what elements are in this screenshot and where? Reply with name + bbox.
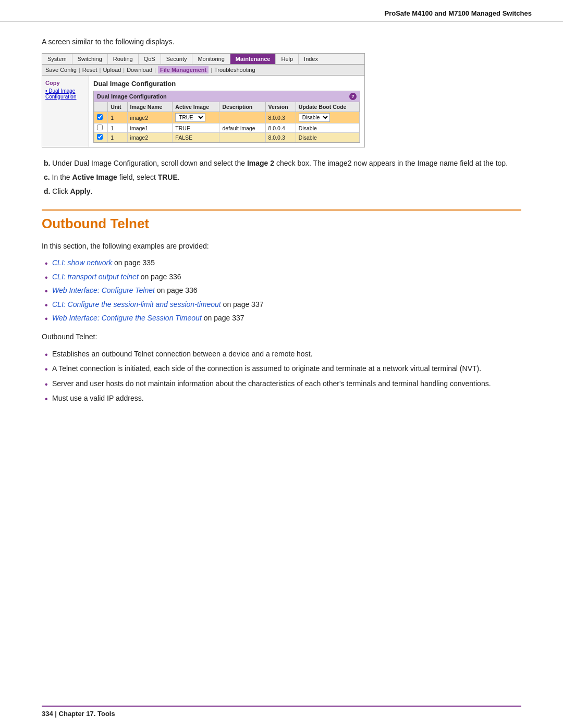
step-list: b. Under Dual Image Configuration, scrol… [42, 158, 521, 197]
row3-version: 8.0.0.3 [265, 133, 296, 142]
col-update-boot: Update Boot Code [296, 102, 359, 112]
config-table-header: Dual Image Configuration ? [94, 91, 360, 102]
active-image-select: TRUE FALSE [175, 113, 205, 122]
ui-sidebar: Copy • Dual Image Configuration [42, 76, 89, 147]
page-footer: 334 | Chapter 17. Tools [42, 706, 521, 718]
link-item-2: CLI: transport output telnet on page 336 [42, 271, 521, 282]
page-content: A screen similar to the following displa… [0, 22, 563, 432]
ui-main: Dual Image Configuration Dual Image Conf… [89, 76, 364, 147]
link-item-3: Web Interface: Configure Telnet on page … [42, 285, 521, 296]
link-cli-configure-session[interactable]: CLI: Configure the session-limit and ses… [52, 300, 221, 309]
config-table: Unit Image Name Active Image Description… [94, 102, 360, 142]
link-web-session-timeout[interactable]: Web Interface: Configure the Session Tim… [52, 314, 202, 322]
header-title: ProSafe M4100 and M7100 Managed Switches [385, 9, 532, 17]
subnav-troubleshooting[interactable]: Troubleshooting [214, 67, 255, 73]
row3-name: image2 [127, 133, 173, 142]
step-b-label: b. [44, 159, 50, 167]
subnav-saveconfig[interactable]: Save Config [45, 67, 77, 73]
sub-nav: Save Config | Reset | Upload | Download … [42, 65, 364, 76]
col-version: Version [265, 102, 296, 112]
col-active-image: Active Image [173, 102, 219, 112]
link-web-configure-telnet[interactable]: Web Interface: Configure Telnet [52, 286, 155, 294]
sidebar-copy[interactable]: Copy [45, 80, 85, 86]
step-b: b. Under Dual Image Configuration, scrol… [42, 158, 521, 169]
nav-help[interactable]: Help [276, 54, 299, 64]
outbound-bullets: Establishes an outbound Telnet connectio… [42, 348, 521, 404]
link-item-5: Web Interface: Configure the Session Tim… [42, 312, 521, 324]
links-list: CLI: show network on page 335 CLI: trans… [42, 257, 521, 324]
intro-text: A screen similar to the following displa… [42, 38, 521, 46]
step-c: c. In the Active Image field, select TRU… [42, 172, 521, 183]
row1-active[interactable]: TRUE FALSE [173, 112, 219, 124]
link-2-page: on page 336 [141, 273, 181, 281]
subnav-download[interactable]: Download [127, 67, 152, 73]
link-cli-show-network[interactable]: CLI: show network [52, 258, 112, 267]
col-description: Description [219, 102, 265, 112]
nav-monitoring[interactable]: Monitoring [192, 54, 230, 64]
row2-unit: 1 [108, 124, 127, 133]
row1-boot[interactable]: Disable Enable [296, 112, 359, 124]
link-item-1: CLI: show network on page 335 [42, 257, 521, 268]
table-row: 1 image1 TRUE default image 8.0.0.4 Disa… [94, 124, 360, 133]
col-checkbox [94, 102, 108, 112]
row1-name: image2 [127, 112, 173, 124]
config-table-header-label: Dual Image Configuration [97, 93, 167, 100]
step-d: d. Click Apply. [42, 186, 521, 197]
subnav-filemanagement[interactable]: File Management [158, 66, 209, 73]
table-row: 1 image2 FALSE 8.0.0.3 Disable [94, 133, 360, 142]
boot-code-select: Disable Enable [299, 113, 330, 122]
ui-screenshot: System Switching Routing QoS Security Mo… [42, 53, 365, 147]
nav-index[interactable]: Index [299, 54, 323, 64]
link-cli-transport[interactable]: CLI: transport output telnet [52, 273, 139, 281]
section-heading: Outbound Telnet [42, 209, 521, 232]
step-c-label: c. [44, 173, 50, 181]
row2-version: 8.0.0.4 [265, 124, 296, 133]
row3-checkbox[interactable] [94, 133, 108, 142]
nav-maintenance[interactable]: Maintenance [230, 54, 276, 64]
nav-system[interactable]: System [42, 54, 72, 64]
step-d-label: d. [44, 187, 50, 195]
bullet-1: Establishes an outbound Telnet connectio… [42, 348, 521, 360]
row3-unit: 1 [108, 133, 127, 142]
row2-name: image1 [127, 124, 173, 133]
col-image-name: Image Name [127, 102, 173, 112]
row1-checkbox[interactable] [94, 112, 108, 124]
bullet-4: Must use a valid IP address. [42, 392, 521, 404]
help-icon[interactable]: ? [349, 93, 357, 100]
main-section-title: Dual Image Configuration [93, 80, 360, 88]
config-table-wrapper: Dual Image Configuration ? Unit Image Na… [93, 91, 360, 143]
bullet-2: A Telnet connection is initiated, each s… [42, 363, 521, 374]
row3-active: FALSE [173, 133, 219, 142]
row3-boot: Disable [296, 133, 359, 142]
nav-bar: System Switching Routing QoS Security Mo… [42, 54, 364, 65]
table-row: 1 image2 TRUE FALSE 8.0.0.3 [94, 112, 360, 124]
row2-active: TRUE [173, 124, 219, 133]
page-header: ProSafe M4100 and M7100 Managed Switches [0, 0, 563, 22]
outbound-label: Outbound Telnet: [42, 331, 521, 342]
row1-unit: 1 [108, 112, 127, 124]
nav-qos[interactable]: QoS [139, 54, 161, 64]
intro2-text: In this section, the following examples … [42, 240, 521, 252]
row2-checkbox[interactable] [94, 124, 108, 133]
link-5-page: on page 337 [204, 314, 244, 322]
row2-boot: Disable [296, 124, 359, 133]
ui-body: Copy • Dual Image Configuration Dual Ima… [42, 76, 364, 147]
link-3-page: on page 336 [157, 286, 198, 294]
nav-switching[interactable]: Switching [72, 54, 108, 64]
bullet-3: Server and user hosts do not maintain in… [42, 378, 521, 389]
link-item-4: CLI: Configure the session-limit and ses… [42, 299, 521, 310]
row1-version: 8.0.0.3 [265, 112, 296, 124]
footer-text: 334 | Chapter 17. Tools [42, 710, 115, 718]
col-unit: Unit [108, 102, 127, 112]
nav-routing[interactable]: Routing [108, 54, 139, 64]
subnav-reset[interactable]: Reset [82, 67, 97, 73]
link-1-page: on page 335 [114, 258, 155, 267]
nav-security[interactable]: Security [161, 54, 193, 64]
row3-desc [219, 133, 265, 142]
link-4-page: on page 337 [223, 300, 264, 309]
sidebar-dual-image[interactable]: • Dual Image Configuration [45, 88, 85, 100]
row1-desc [219, 112, 265, 124]
subnav-upload[interactable]: Upload [103, 67, 121, 73]
row2-desc: default image [219, 124, 265, 133]
